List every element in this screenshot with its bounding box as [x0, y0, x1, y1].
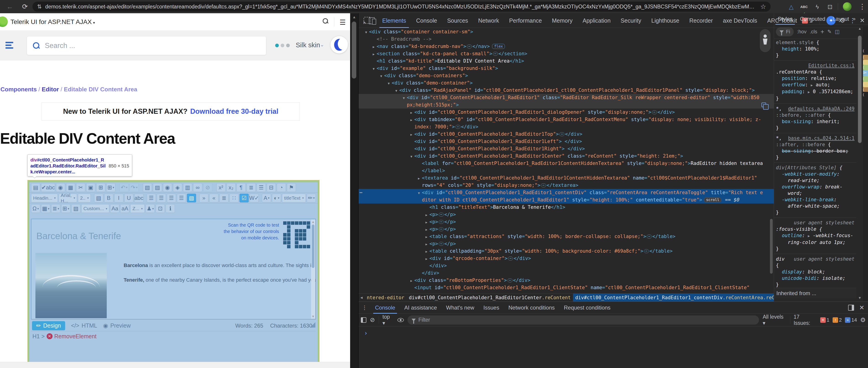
toolbar-button[interactable]: ≣	[247, 183, 256, 192]
toolbar-button[interactable]: ▧	[94, 194, 103, 202]
toolbar-button[interactable]: ℹ	[166, 204, 175, 213]
styles-rules[interactable]: element.style {height: 100%;}EditorLite.…	[774, 39, 856, 288]
expand-arrow-icon[interactable]: ▼	[401, 94, 407, 102]
style-line[interactable]: divuser agent stylesheet	[774, 256, 856, 262]
drawer-panel-icon[interactable]	[848, 305, 854, 311]
sidebar-overflow-icon[interactable]: »	[853, 16, 868, 22]
dropdown-custom-[interactable]: Custom...▾	[81, 204, 109, 213]
style-line[interactable]: ::after, ::before {	[774, 141, 856, 148]
skin-dot-3[interactable]	[286, 44, 290, 47]
toolbar-button[interactable]: ☰	[177, 194, 186, 202]
tab-network[interactable]: Network	[473, 13, 504, 28]
scroll-up-icon[interactable]: ▲	[311, 220, 315, 224]
url-text[interactable]: demos.telerik.com/aspnet-ajax/editor/exa…	[45, 4, 757, 10]
accessibility-person-icon[interactable]	[760, 29, 770, 52]
styles-filter-input[interactable]: Fi	[776, 27, 794, 36]
style-line[interactable]: {	[774, 262, 856, 269]
editor-content-area[interactable]: Barcelona & Tenerife Scan the QR code to…	[31, 219, 316, 319]
toolbar-button[interactable]: ☰	[157, 194, 166, 202]
remove-element-icon[interactable]: ✕	[46, 333, 53, 339]
dark-mode-toggle[interactable]	[331, 36, 348, 54]
panel-layout-icon[interactable]: ◫	[835, 29, 840, 35]
dom-tree-row[interactable]: ▶<p>⋯</p>	[359, 226, 774, 233]
site-settings-icon[interactable]: ⇅	[37, 3, 41, 10]
dom-tree-row[interactable]: ▶<table cellpadding="30px" style="width:…	[359, 247, 774, 255]
skin-caret-icon[interactable]: ⌄	[320, 42, 324, 48]
expand-arrow-icon[interactable]: ▶	[371, 43, 377, 51]
breadcrumb-editor[interactable]: Editor	[42, 86, 59, 93]
content-scrollbar[interactable]: ▲ ▼	[311, 220, 315, 319]
style-line[interactable]: box-sizing: border-box;	[774, 148, 856, 154]
breadcrumb-components[interactable]: Components	[0, 86, 37, 93]
expand-arrow-icon[interactable]: ▶	[408, 131, 414, 138]
toolbar-button[interactable]: ≣▾	[51, 204, 60, 213]
profile-avatar[interactable]	[843, 2, 851, 11]
style-line[interactable]: }	[774, 52, 856, 59]
tab-lighthouse[interactable]: Lighthouse	[646, 13, 684, 28]
extensions-puzzle-icon[interactable]: ⊡	[826, 3, 835, 11]
style-line[interactable]: padding: ▶ 0 .35714286em;	[774, 89, 856, 95]
toolbar-button[interactable]: ▤	[31, 183, 40, 192]
clear-console-icon[interactable]: ⊘	[370, 316, 375, 324]
html-mode-button[interactable]: </>HTML	[71, 322, 97, 329]
style-line[interactable]: overflow: ▶ auto;	[774, 81, 856, 89]
toolbar-button[interactable]: aA	[120, 204, 129, 213]
style-line[interactable]: ::before, ::after {	[774, 112, 856, 118]
toolbar-button[interactable]: ≣	[219, 194, 228, 202]
back-icon[interactable]: ←	[5, 2, 14, 11]
scroll-down-icon[interactable]: ▼	[311, 314, 315, 318]
skin-dot-2[interactable]	[281, 44, 284, 47]
toolbar-button[interactable]: ⊡	[156, 204, 165, 213]
dom-tree-row[interactable]: </div>	[359, 262, 774, 269]
tab-sources[interactable]: Sources	[442, 13, 473, 28]
toolbar-button[interactable]: ⊘	[203, 183, 212, 192]
toolbar-button[interactable]: ⊞	[96, 183, 105, 192]
copy-icon[interactable]	[762, 103, 766, 107]
dom-tree-row[interactable]: <!-- Breadcrumb -->	[359, 35, 774, 43]
dom-tree-row[interactable]: ▼<div class="demo-containers">	[359, 72, 774, 79]
toolbar-button[interactable]: Ω▾	[31, 204, 40, 213]
dropdown-arial-h-[interactable]: Arial, H...▾	[59, 194, 77, 202]
expand-arrow-icon[interactable]: ▼	[386, 80, 392, 87]
dom-tree-row[interactable]: ▼<div class="demo-container">	[359, 79, 774, 87]
toolbar-button[interactable]: abc	[134, 194, 144, 202]
dom-tree-row[interactable]: ▼<div id="ctl00_ContentPlaceholder1_RadE…	[359, 94, 774, 101]
drawer-kebab-icon[interactable]: ⋮	[359, 304, 370, 311]
expand-arrow-icon[interactable]: ▶	[424, 240, 429, 248]
toolbar-button[interactable]: ¶	[237, 183, 246, 192]
style-line[interactable]: height: 100%;	[774, 46, 856, 52]
trial-download-link[interactable]: Download free 30-day trial	[190, 107, 278, 115]
console-prompt[interactable]: ›	[359, 327, 868, 336]
issues-label[interactable]: 17 Issues:	[794, 314, 817, 326]
expand-arrow-icon[interactable]: ▶	[424, 226, 429, 233]
expand-arrow-icon[interactable]: ▶	[424, 219, 429, 226]
style-line[interactable]: }	[774, 209, 856, 215]
dropdown-headin-[interactable]: Headin...▾	[31, 194, 58, 202]
dom-tree-row[interactable]: <label for="ctl00_ContentPlaceholder1_Ra…	[359, 160, 774, 167]
dom-tree-row[interactable]: <h1 class="titleText">Barcelona & Teneri…	[359, 204, 774, 211]
dom-tree-row[interactable]: ▼<div id="example" class="background-sil…	[359, 65, 774, 72]
dom-tree-row[interactable]: ▶<div id="qrcode-container">⋯</div>	[359, 255, 774, 262]
toolbar-button[interactable]: ▧	[71, 204, 81, 213]
style-line[interactable]: ring-color auto 1px;	[774, 239, 856, 245]
remove-element-button[interactable]: RemoveElement	[54, 333, 97, 340]
dom-tree-row[interactable]: ▶<p>⋯</p>	[359, 211, 774, 218]
crumb-scroll-left-icon[interactable]: ◀	[359, 295, 365, 300]
dom-tree-row[interactable]: ▶<p>⋯</p>	[359, 240, 774, 247]
elements-tree[interactable]: ▼<div class="container container-sm"> <!…	[359, 28, 774, 293]
toolbar-button[interactable]: ◈	[173, 183, 182, 192]
toolbar-button[interactable]: ✏▾	[307, 194, 316, 202]
style-line[interactable]: element.style {	[774, 39, 856, 46]
toolbar-button[interactable]: ✂	[76, 183, 85, 192]
toolbar-button[interactable]: ⊟	[267, 183, 276, 192]
toolbar-button[interactable]: Aa	[110, 204, 119, 213]
expand-arrow-icon[interactable]: ▶	[371, 51, 377, 58]
live-expression-eye-icon[interactable]	[397, 318, 404, 322]
style-line[interactable]: }	[774, 281, 856, 288]
tab-axe-devtools[interactable]: axe DevTools	[718, 13, 762, 28]
expand-arrow-icon[interactable]: ▶	[424, 233, 429, 240]
toolbar-button[interactable]: ♟▾	[146, 204, 155, 213]
dom-tree-row[interactable]: ▶<div class="reBottomProperties">⋯</div>	[359, 277, 774, 284]
dom-tree-row[interactable]: ▶<div id="ctl00_ContentPlaceholder1_RadE…	[359, 108, 774, 116]
reload-icon[interactable]: ⟳	[20, 2, 30, 11]
